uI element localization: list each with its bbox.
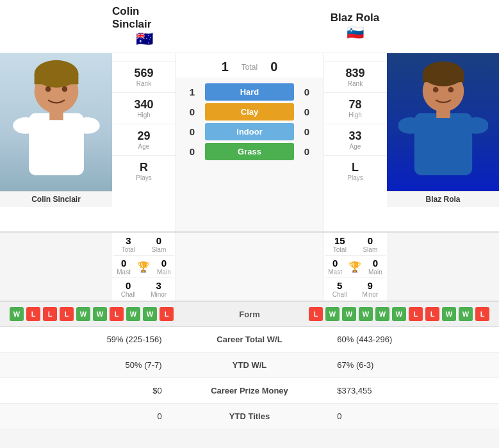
right-plays-block: L Plays	[323, 155, 387, 187]
player-names-row: Colin Sinclair 🇦🇺 Blaz Rola 🇸🇮	[0, 0, 499, 53]
left-main-label: Main	[157, 269, 171, 276]
left-mast-label: Mast	[117, 269, 131, 276]
total-left-score: 1	[222, 60, 229, 74]
right-age-label: Age	[350, 143, 361, 150]
hard-left-score: 1	[183, 87, 202, 97]
clay-button[interactable]: Clay	[205, 103, 294, 120]
left-player-photo	[0, 53, 112, 191]
left-form: WLLLWWLWWL	[10, 307, 199, 321]
indoor-button[interactable]: Indoor	[205, 123, 294, 140]
left-flag: 🇦🇺	[136, 31, 153, 47]
indoor-left-score: 0	[183, 126, 202, 137]
svg-point-16	[398, 117, 423, 134]
right-age-value: 33	[348, 129, 361, 143]
left-total-val: 3	[122, 235, 135, 246]
clay-left-score: 0	[183, 106, 202, 117]
right-form-badge-6: L	[409, 307, 423, 321]
hard-row: 1 Hard 0	[183, 83, 316, 101]
right-photo-below	[387, 233, 499, 301]
right-high-label: High	[348, 112, 362, 119]
right-chall-label: Chall	[332, 291, 347, 298]
grass-button[interactable]: Grass	[205, 143, 294, 160]
clay-row: 0 Clay 0	[183, 103, 316, 120]
svg-point-17	[464, 117, 488, 134]
stats-row-2: $0Career Prize Money$373,455	[0, 378, 499, 404]
svg-rect-11	[422, 74, 464, 82]
left-form-badge-0: W	[10, 307, 24, 321]
svg-point-7	[13, 117, 38, 134]
left-player-photo-col: Colin Sinclair	[0, 53, 112, 231]
left-rank-label: Rank	[136, 80, 151, 87]
left-player-name: Colin Sinclair	[112, 5, 176, 31]
right-form-badge-0: L	[309, 307, 323, 321]
right-titles-col: 15 Total 0 Slam 0 Mast 🏆 0 Main	[323, 233, 387, 301]
svg-point-4	[61, 87, 67, 92]
main-container: Colin Sinclair 🇦🇺 Blaz Rola 🇸🇮	[0, 0, 499, 429]
stats-right-0: 60% (443-296)	[324, 327, 499, 353]
hard-button[interactable]: Hard	[205, 83, 294, 101]
right-info-col: 839 Rank 78 High 33 Age L Plays	[323, 53, 387, 231]
right-form-badge-3: W	[359, 307, 373, 321]
grass-left-score: 0	[183, 146, 202, 157]
stats-label-2: Career Prize Money	[175, 378, 325, 404]
right-player-svg	[398, 53, 488, 191]
left-form-badge-3: L	[60, 307, 74, 321]
stats-left-2: $0	[0, 378, 175, 404]
stats-right-3: 0	[324, 404, 499, 429]
right-form: LWWWWWLLWWL	[301, 307, 490, 321]
svg-rect-15	[436, 110, 450, 118]
right-flag: 🇸🇮	[347, 24, 364, 41]
right-rank-label: Rank	[348, 80, 363, 87]
right-name-cell: Blaz Rola 🇸🇮	[323, 12, 387, 44]
svg-point-13	[448, 87, 454, 93]
players-area: Colin Sinclair 569 Rank 340 High 29 Age …	[0, 53, 499, 233]
svg-rect-2	[34, 74, 78, 84]
left-form-badge-8: W	[143, 307, 157, 321]
left-slam-label: Slam	[151, 246, 166, 253]
right-total-val: 15	[333, 235, 347, 246]
right-rank-block: 839 Rank	[323, 61, 387, 92]
left-chall-val: 0	[121, 280, 136, 291]
left-mast-val: 0	[117, 258, 131, 269]
left-name-cell: Colin Sinclair 🇦🇺	[112, 5, 176, 50]
stats-table: 59% (225-156)Career Total W/L60% (443-29…	[0, 327, 499, 429]
right-high-value: 78	[348, 98, 361, 112]
stats-right-2: $373,455	[324, 378, 499, 404]
right-form-badge-5: W	[392, 307, 406, 321]
right-player-name-strip: Blaz Rola	[387, 191, 499, 207]
svg-point-3	[45, 87, 51, 92]
svg-rect-6	[49, 110, 63, 120]
stats-label-1: YTD W/L	[175, 353, 325, 378]
left-form-badge-9: L	[160, 307, 174, 321]
stats-label-0: Career Total W/L	[175, 327, 325, 353]
left-photo-below	[0, 233, 112, 301]
right-minor-val: 9	[362, 280, 378, 291]
right-chall-val: 5	[332, 280, 347, 291]
right-form-badge-4: W	[375, 307, 389, 321]
titles-row: 3 Total 0 Slam 0 Mast 🏆 0 Main	[0, 233, 499, 301]
right-form-badge-2: W	[342, 307, 356, 321]
stats-row-0: 59% (225-156)Career Total W/L60% (443-29…	[0, 327, 499, 353]
right-player-photo	[387, 53, 499, 191]
indoor-right-score: 0	[297, 126, 316, 137]
left-form-badge-2: L	[43, 307, 57, 321]
right-trophy-icon: 🏆	[348, 261, 361, 273]
right-main-label: Main	[368, 269, 382, 276]
left-age-block: 29 Age	[112, 124, 176, 155]
left-form-badge-6: L	[110, 307, 124, 321]
right-player-photo-col: Blaz Rola	[387, 53, 499, 231]
left-high-value: 340	[134, 98, 153, 112]
svg-rect-5	[29, 113, 84, 176]
right-slam-label: Slam	[363, 246, 377, 253]
left-form-badge-1: L	[26, 307, 40, 321]
left-plays-value: R	[140, 161, 148, 174]
right-mast-label: Mast	[328, 269, 342, 276]
clay-right-score: 0	[297, 106, 316, 117]
stats-row-3: 0YTD Titles0	[0, 404, 499, 429]
grass-right-score: 0	[297, 146, 316, 157]
stats-left-3: 0	[0, 404, 175, 429]
right-slam-val: 0	[363, 235, 377, 246]
right-form-badge-1: W	[325, 307, 339, 321]
left-form-badge-7: W	[126, 307, 140, 321]
total-label: Total	[241, 63, 258, 72]
